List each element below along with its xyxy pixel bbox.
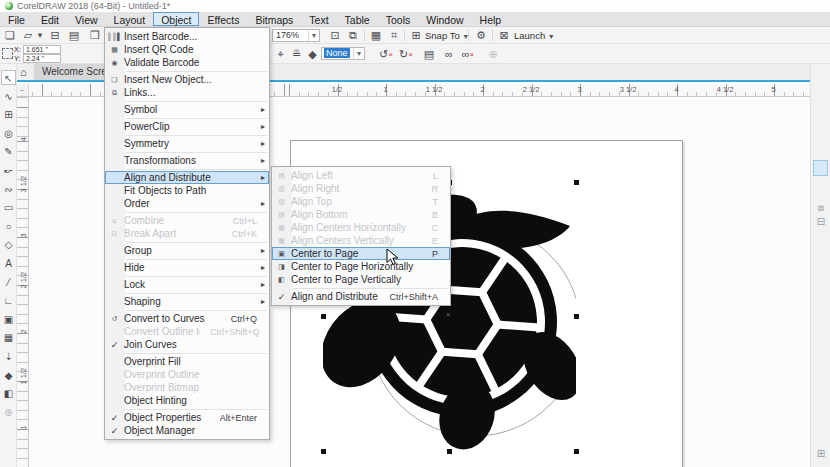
two-point-line-tool[interactable]: ↜ <box>1 163 16 178</box>
menu-item-break-apart[interactable]: ⊟Break ApartCtrl+K <box>105 227 269 240</box>
menubar-item-table[interactable]: Table <box>337 12 378 26</box>
outline-pen-icon[interactable]: ◆ <box>306 47 319 62</box>
interactive-fill-tool[interactable]: ◆ <box>1 368 16 383</box>
menu-item-hide[interactable]: Hide▸ <box>105 261 269 274</box>
ellipse-tool[interactable]: ○ <box>1 219 16 234</box>
save-button[interactable]: ⊟ <box>48 28 62 43</box>
open-document-button[interactable]: ▱ <box>21 28 35 43</box>
menubar-item-object[interactable]: Object <box>153 12 199 26</box>
menu-item-overprint-bitmap[interactable]: Overprint Bitmap <box>105 381 269 394</box>
snap-to-dropdown[interactable]: Snap To ▼ <box>425 30 469 41</box>
print-button[interactable]: ▤ <box>67 28 81 43</box>
paste-button[interactable]: ❐ <box>88 28 102 43</box>
selection-handle[interactable] <box>574 449 579 454</box>
selection-handle[interactable] <box>574 180 579 185</box>
menu-item-object-properties[interactable]: ✓Object PropertiesAlt+Enter <box>105 411 269 424</box>
guidelines-button[interactable]: ⌗ <box>387 28 401 43</box>
connector-tool[interactable]: ∟ <box>1 293 16 308</box>
menu-item-convert-outline-to-object[interactable]: ◌Convert Outline to ObjectCtrl+Shift+Q <box>105 325 269 338</box>
show-rulers-button[interactable]: ⧉ <box>346 28 360 43</box>
menubar-item-layout[interactable]: Layout <box>106 12 154 26</box>
menu-item-object-manager[interactable]: ✓Object Manager <box>105 424 269 437</box>
zoom-level-combo[interactable]: ▼176% <box>272 29 320 42</box>
docker-grid-icon[interactable]: ⊞ <box>814 448 828 459</box>
menu-item-convert-to-curves[interactable]: ↺Convert to CurvesCtrl+Q <box>105 312 269 325</box>
dimension-tool[interactable]: ⁄ <box>1 275 16 290</box>
polygon-tool[interactable]: ◇ <box>1 237 16 252</box>
open-dropdown-arrow[interactable]: ▾ <box>36 28 44 43</box>
menu-item-align-centers-vertically[interactable]: ▦Align Centers VerticallyE <box>272 234 450 247</box>
pick-tool[interactable]: ↖ <box>1 70 16 85</box>
unlink-icon[interactable]: ∞× <box>460 47 476 62</box>
menu-item-center-to-page-vertically[interactable]: ◧Center to Page Vertically <box>272 273 450 286</box>
docker-combine-icon[interactable]: ⧈ <box>814 202 828 214</box>
rotate-ccw-icon[interactable]: ↺× <box>378 47 394 62</box>
menu-item-align-right[interactable]: ▥Align RightR <box>272 182 450 195</box>
menu-item-transformations[interactable]: Transformations▸ <box>105 154 269 167</box>
menu-item-symmetry[interactable]: Symmetry▸ <box>105 137 269 150</box>
outline-width-arrow[interactable]: ▼ <box>353 48 364 59</box>
eyedropper-tool[interactable]: ⇣ <box>1 349 16 364</box>
docker-break-icon[interactable]: ⊟ <box>814 216 828 227</box>
menu-item-align-and-distribute[interactable]: ✓Align and DistributeCtrl+Shift+A <box>272 290 450 303</box>
outline-width-combo[interactable]: ▼None <box>321 47 365 60</box>
docker-active-tab[interactable] <box>813 160 828 176</box>
bezier-tool[interactable]: ∾ <box>1 182 16 197</box>
menubar-item-text[interactable]: Text <box>301 12 336 26</box>
menu-item-center-to-page[interactable]: ▣Center to PageP <box>272 247 450 260</box>
mirror-icon[interactable]: ≞ <box>290 47 303 62</box>
menu-item-group[interactable]: Group▸ <box>105 244 269 257</box>
menubar-item-effects[interactable]: Effects <box>199 12 247 26</box>
crop-tool[interactable]: ⊞ <box>1 107 16 122</box>
wrap-text-icon[interactable]: ▤ <box>422 47 436 62</box>
menu-item-insert-barcode[interactable]: ║║▌Insert Barcode... <box>105 30 269 43</box>
menu-item-order[interactable]: Order▸ <box>105 197 269 210</box>
launch-icon[interactable]: ⊠ <box>497 28 511 43</box>
menu-item-align-left[interactable]: ▤Align LeftL <box>272 169 450 182</box>
menu-item-overprint-fill[interactable]: Overprint Fill <box>105 355 269 368</box>
menu-item-combine[interactable]: ⧈CombineCtrl+L <box>105 214 269 227</box>
menu-item-symbol[interactable]: Symbol▸ <box>105 103 269 116</box>
menubar-item-edit[interactable]: Edit <box>33 12 67 26</box>
menu-item-align-centers-horizontally[interactable]: ▩Align Centers HorizontallyC <box>272 221 450 234</box>
new-document-button[interactable]: ❏ <box>3 28 17 43</box>
launch-dropdown[interactable]: Launch ▼ <box>514 30 555 41</box>
options-gear-icon[interactable]: ⚙ <box>474 28 488 43</box>
link-icon[interactable]: ∞ <box>442 47 456 62</box>
snap-to-icon[interactable]: ⊞ <box>409 28 423 43</box>
menubar-item-bitmaps[interactable]: Bitmaps <box>247 12 301 26</box>
drop-shadow-tool[interactable]: ▣ <box>1 312 16 327</box>
menu-item-insert-new-object[interactable]: ❏Insert New Object... <box>105 73 269 86</box>
x-position-input[interactable] <box>23 45 61 54</box>
freehand-tool[interactable]: ✎ <box>1 144 16 159</box>
menubar-item-help[interactable]: Help <box>472 12 510 26</box>
menu-item-align-bottom[interactable]: ▨Align BottomB <box>272 208 450 221</box>
zoom-tool[interactable]: ◎ <box>1 126 16 141</box>
menu-item-align-top[interactable]: ▧Align TopT <box>272 195 450 208</box>
menu-item-shaping[interactable]: Shaping▸ <box>105 295 269 308</box>
text-tool[interactable]: A <box>1 256 16 271</box>
zoom-combo-arrow[interactable]: ▼ <box>308 30 319 41</box>
selection-handle[interactable] <box>574 314 579 319</box>
menu-item-links[interactable]: ⧉Links... <box>105 86 269 99</box>
menu-item-object-hinting[interactable]: Object Hinting <box>105 394 269 407</box>
menubar-item-window[interactable]: Window <box>418 12 471 26</box>
menubar-item-tools[interactable]: Tools <box>378 12 419 26</box>
shape-tool[interactable]: ∿ <box>1 89 16 104</box>
show-grid-button[interactable]: ▦ <box>369 28 383 43</box>
menu-item-powerclip[interactable]: PowerClip▸ <box>105 120 269 133</box>
scale-factor-icon[interactable]: ⌖ <box>274 47 287 62</box>
rotate-cw-icon[interactable]: ↻× <box>398 47 414 62</box>
home-icon[interactable]: ⌂ <box>20 66 27 78</box>
selection-handle[interactable] <box>321 314 326 319</box>
y-position-input[interactable] <box>23 54 61 63</box>
selection-handle[interactable] <box>447 449 452 454</box>
selection-handle[interactable] <box>321 449 326 454</box>
add-tool-button[interactable]: ⊕ <box>1 405 16 420</box>
menu-item-validate-barcode[interactable]: ◉Validate Barcode <box>105 56 269 69</box>
transparency-tool[interactable]: ▦ <box>1 330 16 345</box>
menu-item-insert-qr-code[interactable]: ▦Insert QR Code <box>105 43 269 56</box>
menu-item-fit-objects-to-path[interactable]: Fit Objects to Path <box>105 184 269 197</box>
menu-item-join-curves[interactable]: ✓Join Curves <box>105 338 269 351</box>
menubar-item-file[interactable]: File <box>0 12 33 26</box>
